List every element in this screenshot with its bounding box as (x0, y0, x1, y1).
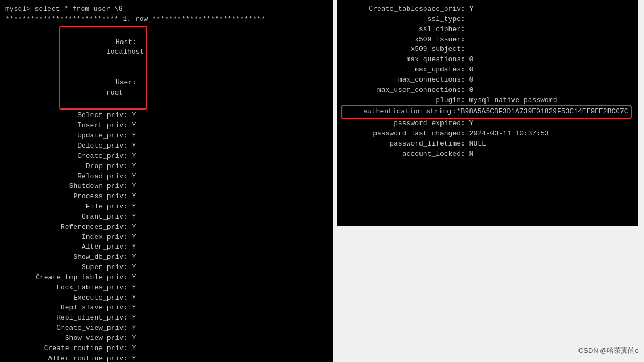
user-field: User: root (62, 68, 144, 108)
right-field-row: max_questions: 0 (343, 55, 633, 65)
field-value: N (469, 149, 474, 160)
field-name: Lock_tables_priv (5, 283, 124, 293)
field-value: Y (132, 172, 136, 182)
left-field-row: Create_tmp_table_priv: Y (5, 273, 328, 283)
field-name: Index_priv (5, 233, 124, 243)
command-line: mysql> select * from user \G (5, 4, 328, 15)
left-field-row: Alter_priv: Y (5, 242, 328, 252)
field-value: Y (132, 222, 136, 233)
field-value: Y (132, 233, 136, 243)
left-fields: Select_priv: YInsert_priv: YUpdate_priv:… (5, 111, 328, 362)
right-field-row: Create_tablespace_priv: Y (343, 4, 633, 15)
field-value: 0 (469, 85, 474, 96)
left-field-row: Process_priv: Y (5, 192, 328, 202)
right-field-row: ssl_cipher: (343, 25, 633, 35)
field-name: Drop_priv (5, 162, 124, 172)
field-name: Shutdown_priv (5, 182, 124, 192)
field-value: Y (132, 323, 136, 334)
field-value: Y (469, 119, 474, 129)
field-name: Super_priv (5, 263, 124, 273)
field-value: Y (132, 141, 136, 151)
field-value: Y (132, 111, 136, 121)
right-field-row: x509_subject: (343, 45, 633, 55)
left-field-row: Grant_priv: Y (5, 212, 328, 222)
field-name: Show_db_priv (5, 252, 124, 263)
field-value: Y (132, 212, 136, 222)
left-terminal: mysql> select * from user \G ***********… (0, 0, 333, 362)
field-name: Create_tablespace_priv (343, 4, 461, 15)
field-name: x509_subject (343, 45, 461, 55)
left-field-row: Create_priv: Y (5, 151, 328, 162)
field-value: Y (132, 182, 136, 192)
main-container: mysql> select * from user \G ***********… (0, 0, 644, 362)
field-name: max_updates (343, 65, 461, 75)
field-value: Y (132, 162, 136, 172)
field-value: Y (132, 293, 136, 303)
field-name: x509_issuer (343, 35, 461, 45)
left-field-row: Alter_routine_priv: Y (5, 354, 328, 362)
left-field-row: Lock_tables_priv: Y (5, 283, 328, 293)
field-value: Y (132, 242, 136, 252)
right-field-row: password_expired: Y (343, 119, 633, 129)
field-name: Update_priv (5, 131, 124, 141)
host-field: Host: localhost (62, 27, 144, 68)
field-value: Y (132, 354, 136, 362)
left-field-row: Create_routine_priv: Y (5, 344, 328, 354)
field-value: NULL (469, 139, 486, 149)
right-fields-bottom: password_expired: Ypassword_last_changed… (343, 119, 633, 159)
field-name: Repl_client_priv (5, 313, 124, 323)
field-name: ssl_cipher (343, 25, 461, 35)
field-value: Y (132, 151, 136, 162)
field-value: Y (132, 121, 136, 131)
field-value: Y (132, 283, 136, 293)
auth-string-row: authentication_string : *B98A5A5CBF3D1A7… (343, 105, 633, 119)
field-value: Y (132, 192, 136, 202)
right-field-row: password_lifetime: NULL (343, 139, 633, 149)
field-name: max_connections (343, 75, 461, 85)
field-value: 0 (469, 65, 474, 75)
field-value: Y (132, 131, 136, 141)
right-field-row: x509_issuer: (343, 35, 633, 45)
field-value: Y (132, 344, 136, 354)
field-value: Y (132, 263, 136, 273)
field-name: Grant_priv (5, 212, 124, 222)
field-value: Y (132, 202, 136, 212)
right-field-row: max_user_connections: 0 (343, 85, 633, 96)
field-name: max_user_connections (343, 85, 461, 96)
field-name: Show_view_priv (5, 334, 124, 344)
host-user-highlight: Host: localhost User: root (59, 26, 147, 110)
field-name: References_priv (5, 222, 124, 233)
right-field-row: max_connections: 0 (343, 75, 633, 85)
field-name: password_lifetime (343, 139, 461, 149)
field-value: Y (469, 4, 474, 15)
field-name: max_questions (343, 55, 461, 65)
left-field-row: Execute_priv: Y (5, 293, 328, 303)
field-name: Insert_priv (5, 121, 124, 131)
field-value: mysql_native_password (469, 96, 558, 106)
left-field-row: Shutdown_priv: Y (5, 182, 328, 192)
field-name: Create_view_priv (5, 323, 124, 334)
field-value: 0 (469, 55, 474, 65)
field-value: Y (132, 334, 136, 344)
separator-line: *************************** 1. row *****… (5, 15, 328, 25)
field-name: Alter_priv (5, 242, 124, 252)
left-field-row: Index_priv: Y (5, 233, 328, 243)
left-field-row: Update_priv: Y (5, 131, 328, 141)
field-name: ssl_type (343, 15, 461, 25)
field-name: Create_priv (5, 151, 124, 162)
field-name: Delete_priv (5, 141, 124, 151)
field-value: Y (132, 252, 136, 263)
auth-string-label: authentication_string (344, 107, 451, 117)
field-name: Create_tmp_table_priv (5, 273, 124, 283)
right-fields-top: Create_tablespace_priv: Yssl_type: ssl_c… (343, 4, 633, 105)
left-field-row: Insert_priv: Y (5, 121, 328, 131)
field-name: File_priv (5, 202, 124, 212)
field-name: Repl_slave_priv (5, 303, 124, 313)
right-field-row: plugin: mysql_native_password (343, 96, 633, 106)
left-field-row: Drop_priv: Y (5, 162, 328, 172)
field-value: 2024-03-11 10:37:53 (469, 129, 549, 139)
field-name: password_last_changed (343, 129, 461, 139)
field-name: Select_priv (5, 111, 124, 121)
field-value: 0 (469, 75, 474, 85)
field-name: password_expired (343, 119, 461, 129)
